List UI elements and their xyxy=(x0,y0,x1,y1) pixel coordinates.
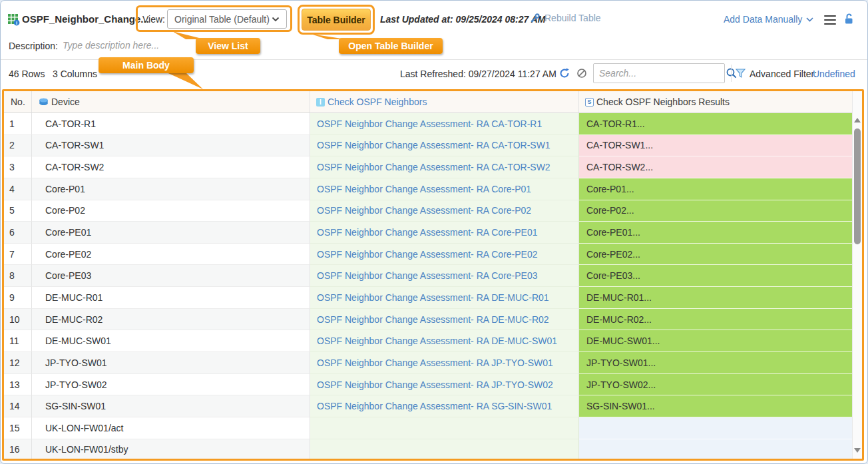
result-cell[interactable] xyxy=(579,439,852,461)
result-cell[interactable] xyxy=(579,417,852,439)
column-count: 3 Columns xyxy=(53,69,97,79)
intent-link-cell[interactable] xyxy=(310,417,579,439)
result-cell[interactable]: DE-MUC-R01... xyxy=(579,287,852,309)
result-cell[interactable]: DE-MUC-SW01... xyxy=(579,330,852,352)
result-cell[interactable]: CA-TOR-SW1... xyxy=(579,135,852,157)
add-data-manually-button[interactable]: Add Data Manually xyxy=(724,14,813,25)
table-row: 11 DE-MUC-SW01 OSPF Neighbor Change Asse… xyxy=(4,330,852,352)
row-number-cell: 15 xyxy=(4,417,32,439)
result-cell[interactable]: DE-MUC-R02... xyxy=(579,309,852,331)
result-cell[interactable]: Core-PE03... xyxy=(579,265,852,287)
scroll-thumb[interactable] xyxy=(854,128,861,244)
table-row: 9 DE-MUC-R01 OSPF Neighbor Change Assess… xyxy=(4,287,852,309)
intent-link-cell[interactable]: OSPF Neighbor Change Assessment- RA CA-T… xyxy=(310,135,579,157)
main-body-callout-pointer xyxy=(160,71,203,89)
row-number-cell: 16 xyxy=(4,439,32,461)
disable-auto-refresh-icon[interactable] xyxy=(576,67,588,79)
intent-link-cell[interactable]: OSPF Neighbor Change Assessment- RA CA-T… xyxy=(310,156,579,178)
result-cell[interactable]: SG-SIN-SW01... xyxy=(579,395,852,417)
table-row: 14 SG-SIN-SW01 OSPF Neighbor Change Asse… xyxy=(4,395,852,417)
device-cell: SG-SIN-SW01 xyxy=(32,395,310,417)
vertical-scrollbar[interactable] xyxy=(852,91,862,459)
device-icon xyxy=(39,98,49,107)
main-table: No. Device I Check OSPF Neighbors S Chec… xyxy=(2,89,864,461)
advanced-filter-value[interactable]: Undefined xyxy=(813,69,855,79)
row-number-cell: 14 xyxy=(4,395,32,417)
row-number-cell: 3 xyxy=(4,156,32,178)
device-cell: UK-LON-FW01/stby xyxy=(32,439,310,461)
advanced-filter-label: Advanced Filter: xyxy=(750,69,817,79)
device-cell: JP-TYO-SW01 xyxy=(32,352,310,374)
description-label: Description: xyxy=(9,41,58,51)
unlock-icon[interactable] xyxy=(843,13,855,25)
divider xyxy=(731,65,732,82)
intent-link-cell[interactable]: OSPF Neighbor Change Assessment- RA Core… xyxy=(310,222,579,244)
add-data-manually-label: Add Data Manually xyxy=(724,14,802,25)
row-number-cell: 9 xyxy=(4,287,32,309)
intent-link-cell[interactable]: OSPF Neighbor Change Assessment- RA DE-M… xyxy=(310,309,579,331)
result-cell[interactable]: JP-TYO-SW02... xyxy=(579,374,852,396)
row-count: 46 Rows xyxy=(9,69,45,79)
table-row: 2 CA-TOR-SW1 OSPF Neighbor Change Assess… xyxy=(4,135,852,157)
intent-link-cell[interactable]: OSPF Neighbor Change Assessment- RA Core… xyxy=(310,178,579,200)
table-row: 8 Core-PE03 OSPF Neighbor Change Assessm… xyxy=(4,265,852,287)
column-header-no[interactable]: No. xyxy=(4,91,32,113)
intent-link-cell[interactable] xyxy=(310,439,579,461)
table-body: 1 CA-TOR-R1 OSPF Neighbor Change Assessm… xyxy=(4,113,862,461)
device-cell: Core-P01 xyxy=(32,178,310,200)
device-cell: Core-PE01 xyxy=(32,222,310,244)
device-cell: DE-MUC-R02 xyxy=(32,309,310,331)
result-cell[interactable]: Core-PE01... xyxy=(579,222,852,244)
view-select-value: Original Table (Default) xyxy=(174,14,272,25)
menu-icon[interactable] xyxy=(824,15,836,27)
scroll-up-arrow[interactable] xyxy=(854,118,861,122)
view-select[interactable]: Original Table (Default) xyxy=(167,9,287,29)
page-title: OSPF_Neighbor_Change... xyxy=(22,13,149,25)
intent-link-cell[interactable]: OSPF Neighbor Change Assessment- RA JP-T… xyxy=(310,352,579,374)
row-number-cell: 1 xyxy=(4,113,32,135)
filter-icon[interactable] xyxy=(736,69,746,78)
intent-link-cell[interactable]: OSPF Neighbor Change Assessment- RA CA-T… xyxy=(310,113,579,135)
result-cell[interactable]: CA-TOR-R1... xyxy=(579,113,852,135)
search-box xyxy=(593,63,725,83)
table-builder-button[interactable]: Table Builder xyxy=(302,9,371,31)
result-cell[interactable]: Core-PE02... xyxy=(579,244,852,266)
intent-link-cell[interactable]: OSPF Neighbor Change Assessment- RA SG-S… xyxy=(310,395,579,417)
rebuild-table-button[interactable]: Rebuild Table xyxy=(530,13,601,23)
result-cell[interactable]: Core-P01... xyxy=(579,178,852,200)
result-cell[interactable]: JP-TYO-SW01... xyxy=(579,352,852,374)
intent-link-cell[interactable]: OSPF Neighbor Change Assessment- RA Core… xyxy=(310,244,579,266)
view-label: View: xyxy=(142,14,165,25)
row-number-cell: 4 xyxy=(4,178,32,200)
open-table-builder-callout: Open Table Builder xyxy=(339,38,443,54)
table-row: 4 Core-P01 OSPF Neighbor Change Assessme… xyxy=(4,178,852,200)
search-input[interactable] xyxy=(594,68,726,79)
app-window: i OSPF_Neighbor_Change... View: Original… xyxy=(0,0,868,464)
row-number-cell: 5 xyxy=(4,200,32,222)
device-cell: Core-PE03 xyxy=(32,265,310,287)
refresh-icon[interactable] xyxy=(558,67,570,79)
row-number-cell: 6 xyxy=(4,222,32,244)
scroll-down-arrow[interactable] xyxy=(854,448,861,453)
intent-link-cell[interactable]: OSPF Neighbor Change Assessment- RA Core… xyxy=(310,200,579,222)
main-body-callout: Main Body xyxy=(99,57,194,73)
intent-link-cell[interactable]: OSPF Neighbor Change Assessment- RA DE-M… xyxy=(310,287,579,309)
description-input[interactable] xyxy=(63,37,302,54)
intent-link-cell[interactable]: OSPF Neighbor Change Assessment- RA Core… xyxy=(310,265,579,287)
device-cell: CA-TOR-R1 xyxy=(32,113,310,135)
column-header-check-ospf-neighbors[interactable]: I Check OSPF Neighbors xyxy=(310,91,579,113)
result-cell[interactable]: Core-P02... xyxy=(579,200,852,222)
intent-link-cell[interactable]: OSPF Neighbor Change Assessment- RA DE-M… xyxy=(310,330,579,352)
result-cell[interactable]: CA-TOR-SW2... xyxy=(579,156,852,178)
chevron-down-icon xyxy=(272,17,280,22)
intent-type-icon: I xyxy=(316,98,325,107)
device-cell: DE-MUC-R01 xyxy=(32,287,310,309)
device-cell: DE-MUC-SW01 xyxy=(32,330,310,352)
row-number-cell: 12 xyxy=(4,352,32,374)
intent-link-cell[interactable]: OSPF Neighbor Change Assessment- RA JP-T… xyxy=(310,374,579,396)
column-header-check-ospf-neighbors-results[interactable]: S Check OSPF Neighbors Results xyxy=(579,91,852,113)
table-row: 16 UK-LON-FW01/stby xyxy=(4,439,852,461)
column-header-device[interactable]: Device xyxy=(32,91,310,113)
device-cell: JP-TYO-SW02 xyxy=(32,374,310,396)
row-number-cell: 10 xyxy=(4,309,32,331)
